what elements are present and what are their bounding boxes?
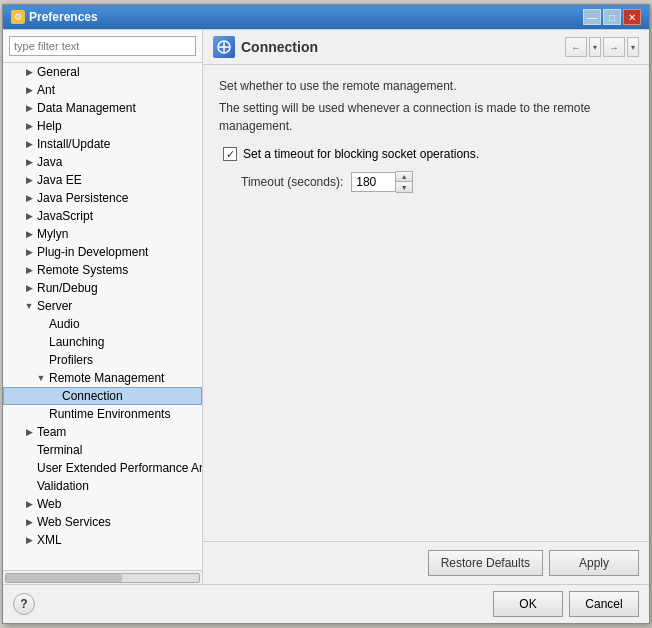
tree-item-javascript[interactable]: JavaScript xyxy=(3,207,202,225)
tree-item-run-debug[interactable]: Run/Debug xyxy=(3,279,202,297)
main-body: General Ant Data Management xyxy=(3,29,649,584)
page-icon xyxy=(213,36,235,58)
arrow-help xyxy=(23,120,35,132)
arrow-server-audio xyxy=(35,318,47,330)
label-java-ee: Java EE xyxy=(37,173,82,187)
ok-button[interactable]: OK xyxy=(493,591,563,617)
arrow-plugin-development xyxy=(23,246,35,258)
arrow-server-launching xyxy=(35,336,47,348)
tree-item-validation[interactable]: Validation xyxy=(3,477,202,495)
label-java-persistence: Java Persistence xyxy=(37,191,128,205)
tree-item-java[interactable]: Java xyxy=(3,153,202,171)
tree-item-remote-systems[interactable]: Remote Systems xyxy=(3,261,202,279)
label-server-launching: Launching xyxy=(49,335,104,349)
description-line2: The setting will be used whenever a conn… xyxy=(219,99,633,135)
arrow-server-profilers xyxy=(35,354,47,366)
label-team: Team xyxy=(37,425,66,439)
tree-item-plugin-development[interactable]: Plug-in Development xyxy=(3,243,202,261)
arrow-general xyxy=(23,66,35,78)
tree-item-web-services[interactable]: Web Services xyxy=(3,513,202,531)
nav-forward-button[interactable]: → xyxy=(603,37,625,57)
arrow-javascript xyxy=(23,210,35,222)
window-title: Preferences xyxy=(29,10,98,24)
label-mylyn: Mylyn xyxy=(37,227,68,241)
minimize-button[interactable]: — xyxy=(583,9,601,25)
tree-item-general[interactable]: General xyxy=(3,63,202,81)
tree-item-terminal[interactable]: Terminal xyxy=(3,441,202,459)
nav-forward-dropdown[interactable]: ▾ xyxy=(627,37,639,57)
label-java: Java xyxy=(37,155,62,169)
tree-item-install-update[interactable]: Install/Update xyxy=(3,135,202,153)
title-bar: ⚙ Preferences — □ ✕ xyxy=(3,5,649,29)
label-install-update: Install/Update xyxy=(37,137,110,151)
maximize-button[interactable]: □ xyxy=(603,9,621,25)
tree-item-ant[interactable]: Ant xyxy=(3,81,202,99)
help-button[interactable]: ? xyxy=(13,593,35,615)
apply-button[interactable]: Apply xyxy=(549,550,639,576)
tree-item-server-launching[interactable]: Launching xyxy=(3,333,202,351)
horizontal-scrollbar[interactable] xyxy=(5,573,200,583)
spinner-up-button[interactable]: ▲ xyxy=(396,172,412,182)
arrow-install-update xyxy=(23,138,35,150)
tree-item-xml[interactable]: XML xyxy=(3,531,202,549)
tree-item-java-persistence[interactable]: Java Persistence xyxy=(3,189,202,207)
right-header: Connection ← ▾ → ▾ xyxy=(203,30,649,65)
tree-item-web[interactable]: Web xyxy=(3,495,202,513)
cancel-button[interactable]: Cancel xyxy=(569,591,639,617)
label-general: General xyxy=(37,65,80,79)
arrow-remote-systems xyxy=(23,264,35,276)
arrow-validation xyxy=(23,480,35,492)
tree-item-server-profilers[interactable]: Profilers xyxy=(3,351,202,369)
timeout-label: Timeout (seconds): xyxy=(241,175,343,189)
label-remote-systems: Remote Systems xyxy=(37,263,128,277)
title-controls: — □ ✕ xyxy=(583,9,641,25)
tree-area: General Ant Data Management xyxy=(3,63,202,570)
tree-item-java-ee[interactable]: Java EE xyxy=(3,171,202,189)
spinner-down-button[interactable]: ▼ xyxy=(396,182,412,192)
timeout-row: Timeout (seconds): ▲ ▼ xyxy=(241,171,633,193)
label-run-debug: Run/Debug xyxy=(37,281,98,295)
arrow-server-runtime-environments xyxy=(35,408,47,420)
tree-item-team[interactable]: Team xyxy=(3,423,202,441)
tree-item-data-management[interactable]: Data Management xyxy=(3,99,202,117)
label-user-extended-performance: User Extended Performance Ana... xyxy=(37,461,202,475)
timeout-checkbox[interactable] xyxy=(223,147,237,161)
timeout-value-input[interactable] xyxy=(351,172,396,192)
label-server: Server xyxy=(37,299,72,313)
tree-item-user-extended-performance[interactable]: User Extended Performance Ana... xyxy=(3,459,202,477)
label-server-profilers: Profilers xyxy=(49,353,93,367)
nav-back-button[interactable]: ← xyxy=(565,37,587,57)
label-web: Web xyxy=(37,497,61,511)
restore-defaults-button[interactable]: Restore Defaults xyxy=(428,550,543,576)
close-button[interactable]: ✕ xyxy=(623,9,641,25)
right-content: Set whether to use the remote management… xyxy=(203,65,649,541)
nav-back-dropdown[interactable]: ▾ xyxy=(589,37,601,57)
right-title-area: Connection xyxy=(213,36,318,58)
label-web-services: Web Services xyxy=(37,515,111,529)
label-validation: Validation xyxy=(37,479,89,493)
title-bar-left: ⚙ Preferences xyxy=(11,10,98,24)
arrow-xml xyxy=(23,534,35,546)
arrow-data-management xyxy=(23,102,35,114)
tree-item-server[interactable]: Server xyxy=(3,297,202,315)
preferences-window: ⚙ Preferences — □ ✕ General xyxy=(2,4,650,624)
horizontal-scrollbar-thumb xyxy=(6,574,122,582)
filter-input[interactable] xyxy=(9,36,196,56)
arrow-terminal xyxy=(23,444,35,456)
tree-item-server-audio[interactable]: Audio xyxy=(3,315,202,333)
spinner-buttons: ▲ ▼ xyxy=(396,171,413,193)
label-javascript: JavaScript xyxy=(37,209,93,223)
arrow-run-debug xyxy=(23,282,35,294)
tree-item-server-remote-connection[interactable]: Connection xyxy=(3,387,202,405)
tree-item-help[interactable]: Help xyxy=(3,117,202,135)
arrow-server xyxy=(23,300,35,312)
tree-item-mylyn[interactable]: Mylyn xyxy=(3,225,202,243)
label-terminal: Terminal xyxy=(37,443,82,457)
tree-item-server-remote-management[interactable]: Remote Management xyxy=(3,369,202,387)
filter-box xyxy=(3,30,202,63)
description-line1: Set whether to use the remote management… xyxy=(219,77,633,95)
tree-item-server-runtime-environments[interactable]: Runtime Environments xyxy=(3,405,202,423)
arrow-server-remote-management xyxy=(35,372,47,384)
arrow-web-services xyxy=(23,516,35,528)
arrow-server-remote-connection xyxy=(48,390,60,402)
